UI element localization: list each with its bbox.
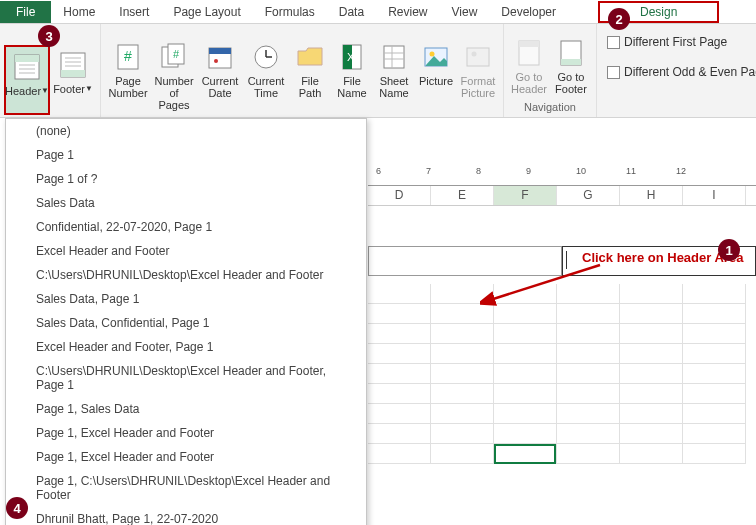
- go-to-footer-button[interactable]: Go to Footer: [550, 33, 592, 99]
- cell[interactable]: [431, 444, 494, 464]
- different-first-page-checkbox[interactable]: Different First Page: [601, 32, 733, 52]
- cell[interactable]: [368, 284, 431, 304]
- cell[interactable]: [620, 304, 683, 324]
- number-of-pages-button[interactable]: # Number of Pages: [151, 37, 197, 115]
- dd-item[interactable]: Page 1, Sales Data: [6, 397, 366, 421]
- dd-item[interactable]: Page 1, Excel Header and Footer: [6, 421, 366, 445]
- cell[interactable]: [683, 344, 746, 364]
- cell[interactable]: [494, 344, 557, 364]
- svg-rect-1: [15, 55, 39, 62]
- current-time-button[interactable]: Current Time: [243, 37, 289, 115]
- footer-button[interactable]: Footer▼: [50, 45, 96, 115]
- dd-item[interactable]: (none): [6, 119, 366, 143]
- cell[interactable]: [494, 324, 557, 344]
- cell[interactable]: [368, 364, 431, 384]
- picture-button[interactable]: Picture: [415, 37, 457, 115]
- dd-item[interactable]: Excel Header and Footer, Page 1: [6, 335, 366, 359]
- dd-item[interactable]: Dhrunil Bhatt, Page 1, 22-07-2020: [6, 507, 366, 525]
- cell[interactable]: [431, 384, 494, 404]
- header-icon: [11, 51, 43, 83]
- dd-item[interactable]: Page 1: [6, 143, 366, 167]
- cell[interactable]: [620, 284, 683, 304]
- picture-icon: [420, 41, 452, 73]
- dd-item[interactable]: Sales Data, Page 1: [6, 287, 366, 311]
- cell[interactable]: [557, 424, 620, 444]
- cell[interactable]: [494, 424, 557, 444]
- tab-insert[interactable]: Insert: [107, 1, 161, 23]
- cell[interactable]: [557, 384, 620, 404]
- cell[interactable]: [683, 284, 746, 304]
- cell[interactable]: [368, 384, 431, 404]
- cell[interactable]: [557, 404, 620, 424]
- col-header[interactable]: D: [368, 186, 431, 205]
- cell[interactable]: [431, 324, 494, 344]
- tab-view[interactable]: View: [440, 1, 490, 23]
- cell[interactable]: [368, 344, 431, 364]
- cell[interactable]: [557, 364, 620, 384]
- cell[interactable]: [683, 404, 746, 424]
- cell[interactable]: [494, 384, 557, 404]
- cell[interactable]: [620, 404, 683, 424]
- cell[interactable]: [494, 404, 557, 424]
- cell[interactable]: [620, 384, 683, 404]
- format-picture-button[interactable]: Format Picture: [457, 37, 499, 115]
- sheet-name-button[interactable]: Sheet Name: [373, 37, 415, 115]
- dd-item[interactable]: Sales Data, Confidential, Page 1: [6, 311, 366, 335]
- tab-formulas[interactable]: Formulas: [253, 1, 327, 23]
- cell[interactable]: [683, 324, 746, 344]
- col-header[interactable]: E: [431, 186, 494, 205]
- dd-item[interactable]: Confidential, 22-07-2020, Page 1: [6, 215, 366, 239]
- cell[interactable]: [368, 324, 431, 344]
- cell[interactable]: [683, 364, 746, 384]
- cell[interactable]: [368, 444, 431, 464]
- file-name-button[interactable]: X File Name: [331, 37, 373, 115]
- col-header[interactable]: H: [620, 186, 683, 205]
- cell[interactable]: [557, 444, 620, 464]
- horizontal-ruler: 6 7 8 9 10 11 12: [368, 166, 756, 186]
- cell[interactable]: [431, 344, 494, 364]
- cell[interactable]: [368, 404, 431, 424]
- current-date-button[interactable]: Current Date: [197, 37, 243, 115]
- cell[interactable]: [683, 444, 746, 464]
- file-path-button[interactable]: File Path: [289, 37, 331, 115]
- cell[interactable]: [620, 364, 683, 384]
- dd-item[interactable]: C:\Users\DHRUNIL\Desktop\Excel Header an…: [6, 359, 366, 397]
- tab-home[interactable]: Home: [51, 1, 107, 23]
- cell[interactable]: [620, 324, 683, 344]
- header-button[interactable]: Header▼: [4, 45, 50, 115]
- different-odd-even-checkbox[interactable]: Different Odd & Even Pag: [601, 62, 756, 82]
- dd-item[interactable]: Page 1, Excel Header and Footer: [6, 445, 366, 469]
- dd-item[interactable]: Excel Header and Footer: [6, 239, 366, 263]
- tab-file[interactable]: File: [0, 1, 51, 23]
- cell[interactable]: [431, 424, 494, 444]
- tab-review[interactable]: Review: [376, 1, 439, 23]
- cell[interactable]: [557, 324, 620, 344]
- dd-item[interactable]: Sales Data: [6, 191, 366, 215]
- cell[interactable]: [368, 424, 431, 444]
- tab-developer[interactable]: Developer: [489, 1, 568, 23]
- cell[interactable]: [494, 444, 557, 464]
- tab-data[interactable]: Data: [327, 1, 376, 23]
- cell[interactable]: [683, 304, 746, 324]
- format-picture-label: Format Picture: [459, 75, 497, 99]
- cell[interactable]: [620, 444, 683, 464]
- cell[interactable]: [683, 424, 746, 444]
- col-header[interactable]: F: [494, 186, 557, 205]
- cell[interactable]: [620, 344, 683, 364]
- dd-item[interactable]: C:\Users\DHRUNIL\Desktop\Excel Header an…: [6, 263, 366, 287]
- page-number-button[interactable]: # Page Number: [105, 37, 151, 115]
- cell[interactable]: [683, 384, 746, 404]
- svg-text:#: #: [173, 48, 180, 60]
- dd-item[interactable]: Page 1, C:\Users\DHRUNIL\Desktop\Excel H…: [6, 469, 366, 507]
- dd-item[interactable]: Page 1 of ?: [6, 167, 366, 191]
- cell[interactable]: [431, 404, 494, 424]
- cell[interactable]: [368, 304, 431, 324]
- cell[interactable]: [620, 424, 683, 444]
- cell[interactable]: [557, 344, 620, 364]
- cell[interactable]: [431, 364, 494, 384]
- go-to-header-button[interactable]: Go to Header: [508, 33, 550, 99]
- tab-page-layout[interactable]: Page Layout: [161, 1, 252, 23]
- col-header[interactable]: G: [557, 186, 620, 205]
- cell[interactable]: [494, 364, 557, 384]
- col-header[interactable]: I: [683, 186, 746, 205]
